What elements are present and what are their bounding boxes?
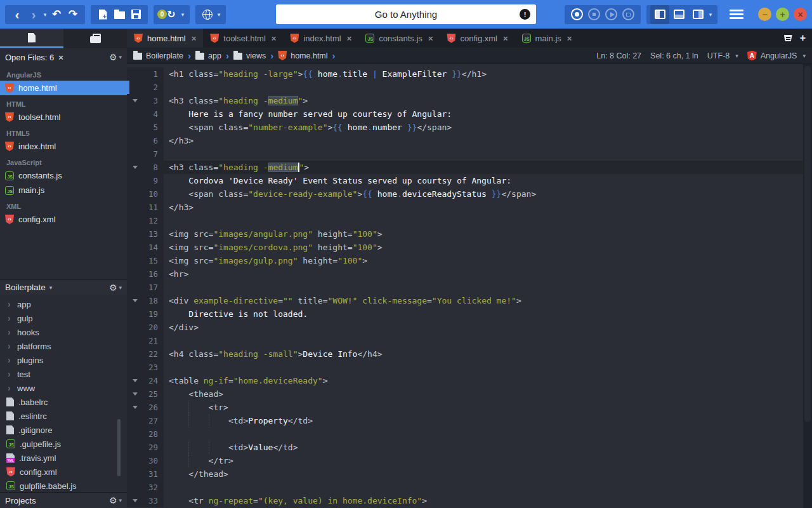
open-file-home.html[interactable]: ‹›home.html xyxy=(0,81,127,95)
pane-dropdown-icon[interactable]: ▾ xyxy=(707,11,714,18)
code-line[interactable]: 9 Cordova 'Device Ready' Event Status se… xyxy=(127,174,803,187)
toggle-left-pane-icon[interactable] xyxy=(650,5,669,24)
go-to-anything-input[interactable] xyxy=(276,4,536,24)
open-file-icon[interactable] xyxy=(111,6,128,23)
code-line[interactable]: 6</h3> xyxy=(127,134,803,147)
scc-dropdown-icon[interactable]: ▾ xyxy=(180,11,186,18)
code-line[interactable]: 31 </thead> xyxy=(127,467,803,481)
tree-item-.eslintrc[interactable]: .eslintrc xyxy=(0,409,127,423)
search-info-icon[interactable]: ! xyxy=(520,9,530,20)
code-line[interactable]: 24<table ng-if="home.deviceReady"> xyxy=(127,374,803,387)
tree-item-.travis.yml[interactable]: YML.travis.yml xyxy=(0,451,127,465)
breadcrumb-item-app[interactable]: app xyxy=(195,51,221,60)
code-line[interactable]: 23 xyxy=(127,361,803,374)
tree-item-.gitignore[interactable]: .gitignore xyxy=(0,423,127,437)
tree-item-plugins[interactable]: ›plugins xyxy=(0,353,127,367)
code-line[interactable]: 20</div> xyxy=(127,321,803,334)
code-line[interactable]: 12 xyxy=(127,214,803,227)
code-line[interactable]: 27 <td>Property</td> xyxy=(127,414,803,427)
open-file-main.js[interactable]: JSmain.js xyxy=(0,183,127,197)
code-line[interactable]: 32 xyxy=(127,481,803,494)
code-line[interactable]: 29 <td>Value</td> xyxy=(127,441,803,454)
tab-open-files[interactable] xyxy=(0,29,63,48)
fold-arrow-icon[interactable] xyxy=(127,294,143,307)
code-line[interactable]: 8<h3 class="heading -medium"> xyxy=(127,161,803,174)
undo-icon[interactable]: ↶ xyxy=(48,6,65,23)
tab-close-icon[interactable]: × xyxy=(503,34,508,43)
fold-arrow-icon[interactable] xyxy=(127,387,143,401)
places-settings[interactable]: ⚙ ▾ xyxy=(109,283,122,293)
redo-icon[interactable]: ↷ xyxy=(65,6,81,23)
code-line[interactable]: 11</h3> xyxy=(127,201,803,214)
save-file-icon[interactable] xyxy=(128,6,144,23)
code-line[interactable]: 30 </tr> xyxy=(127,454,803,467)
code-line[interactable]: 1<h1 class="heading -large">{{ home.titl… xyxy=(127,67,803,81)
tree-item-gulpfile.babel.js[interactable]: JSgulpfile.babel.js xyxy=(0,479,127,492)
save-macro-icon[interactable] xyxy=(622,8,634,20)
code-line[interactable]: 17 xyxy=(127,281,803,294)
forward-icon[interactable]: › xyxy=(25,6,42,23)
breadcrumb-item-home.html[interactable]: ‹›home.html xyxy=(278,51,327,60)
open-file-config.xml[interactable]: ‹›config.xml xyxy=(0,212,127,227)
tree-item-hooks[interactable]: ›hooks xyxy=(0,325,127,339)
status-language[interactable]: A AngularJS ▾ xyxy=(747,51,806,61)
editor-tab-config.xml[interactable]: ‹›config.xml× xyxy=(440,29,514,48)
status-encoding[interactable]: UTF-8 ▾ xyxy=(707,51,738,60)
open-file-index.html[interactable]: ‹›index.html xyxy=(0,139,127,154)
code-line[interactable]: 4 Here is a fancy number served up court… xyxy=(127,107,803,121)
tab-close-icon[interactable]: × xyxy=(347,34,352,43)
editor-scrollbar-thumb[interactable] xyxy=(804,66,811,422)
editor-tab-toolset.html[interactable]: ‹›toolset.html× xyxy=(203,29,283,48)
places-header[interactable]: Boilerplate ▾ ⚙ ▾ xyxy=(0,279,127,295)
editor-tab-index.html[interactable]: ‹›index.html× xyxy=(283,29,358,48)
tab-close-icon[interactable]: × xyxy=(567,34,572,43)
tree-item-config.xml[interactable]: ‹›config.xml xyxy=(0,465,127,479)
preview-dropdown-icon[interactable]: ▾ xyxy=(216,11,222,18)
maximize-button[interactable]: + xyxy=(776,8,789,21)
code-line[interactable]: 22<h4 class="heading -small">Device Info… xyxy=(127,347,803,361)
tree-item-.gulpefile.js[interactable]: JS.gulpefile.js xyxy=(0,437,127,451)
tree-item-app[interactable]: ›app xyxy=(0,297,127,311)
code-line[interactable]: 25 <thead> xyxy=(127,387,803,401)
code-line[interactable]: 5 <span class="number-example">{{ home.n… xyxy=(127,121,803,134)
open-file-toolset.html[interactable]: ‹›toolset.html xyxy=(0,110,127,124)
editor-tab-main.js[interactable]: JSmain.js× xyxy=(515,29,579,48)
tab-toolbox[interactable] xyxy=(63,29,127,48)
projects-header[interactable]: Projects ⚙ ▾ xyxy=(0,492,127,508)
tree-item-gulp[interactable]: ›gulp xyxy=(0,311,127,325)
tab-close-icon[interactable]: × xyxy=(428,34,433,43)
nav-dropdown-icon[interactable]: ▾ xyxy=(42,11,48,18)
open-files-settings[interactable]: ⚙ ▾ xyxy=(109,52,122,62)
code-line[interactable]: 28 xyxy=(127,427,803,441)
tree-item-platforms[interactable]: ›platforms xyxy=(0,339,127,353)
editor-scrollbar[interactable] xyxy=(803,64,812,508)
tab-close-icon[interactable]: × xyxy=(272,34,277,43)
record-macro-icon[interactable] xyxy=(571,8,583,20)
menu-hamburger-icon[interactable] xyxy=(730,13,743,15)
projects-settings[interactable]: ⚙ ▾ xyxy=(109,495,122,505)
tree-item-test[interactable]: ›test xyxy=(0,367,127,381)
browser-preview-icon[interactable] xyxy=(199,6,216,23)
open-file-constants.js[interactable]: JSconstants.js xyxy=(0,168,127,183)
code-line[interactable]: 18<div example-directive="" title="WOW!"… xyxy=(127,294,803,307)
code-line[interactable]: 33 <tr ng-repeat="(key, value) in home.d… xyxy=(127,494,803,507)
fold-arrow-icon[interactable] xyxy=(127,401,143,414)
breadcrumb-item-views[interactable]: views xyxy=(233,51,266,60)
code-line[interactable]: 10 <span class="device-ready-example">{{… xyxy=(127,187,803,201)
fold-arrow-icon[interactable] xyxy=(127,494,143,507)
new-tab-icon[interactable]: + xyxy=(800,33,806,43)
fold-arrow-icon[interactable] xyxy=(127,374,143,387)
editor-tab-constants.js[interactable]: JSconstants.js× xyxy=(358,29,440,48)
back-icon[interactable]: ‹ xyxy=(9,6,25,23)
code-line[interactable]: 21 xyxy=(127,334,803,347)
toggle-right-pane-icon[interactable] xyxy=(688,5,707,24)
code-line[interactable]: 15<img src="images/gulp.png" height="100… xyxy=(127,254,803,267)
minimize-button[interactable]: − xyxy=(758,8,771,21)
code-line[interactable]: 19 Directive is not loaded. xyxy=(127,307,803,321)
tree-item-.babelrc[interactable]: .babelrc xyxy=(0,395,127,409)
play-macro-icon[interactable] xyxy=(605,8,617,20)
code-editor[interactable]: 1<h1 class="heading -large">{{ home.titl… xyxy=(127,64,812,508)
editor-tab-home.html[interactable]: ‹›home.html× xyxy=(127,29,203,48)
code-line[interactable]: 3<h3 class="heading -medium"> xyxy=(127,94,803,107)
code-line[interactable]: 26 <tr> xyxy=(127,401,803,414)
